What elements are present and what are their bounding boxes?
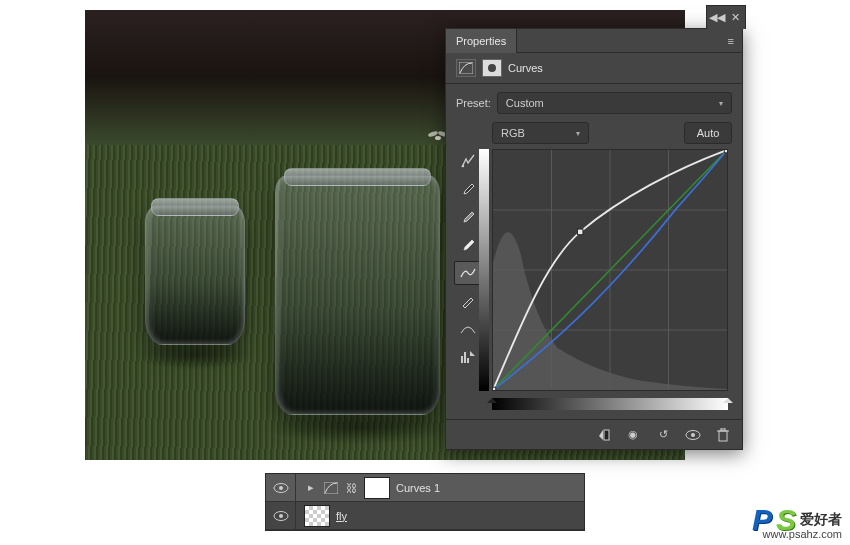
delete-icon[interactable] [714, 426, 732, 444]
properties-panel: ◀◀ ✕ Properties ≡ Curves Preset: Custom … [445, 28, 743, 450]
panel-collapse-bar[interactable]: ◀◀ ✕ [706, 5, 746, 29]
wm-label: 爱好者 [800, 511, 842, 529]
visibility-toggle[interactable] [266, 474, 296, 502]
close-icon[interactable]: ✕ [731, 13, 741, 23]
svg-point-27 [279, 486, 283, 490]
adjustment-header: Curves [446, 53, 742, 84]
layer-thumb[interactable] [304, 505, 330, 527]
svg-point-30 [279, 514, 283, 518]
chevron-down-icon: ▾ [576, 129, 580, 138]
svg-point-0 [435, 136, 441, 140]
jar-shadow [265, 410, 455, 445]
mask-icon[interactable] [482, 59, 502, 77]
preset-select[interactable]: Custom ▾ [497, 92, 732, 114]
preset-value: Custom [506, 97, 544, 109]
reset-icon[interactable]: ↺ [654, 426, 672, 444]
svg-rect-28 [324, 482, 338, 494]
panel-menu-icon[interactable]: ≡ [720, 35, 742, 47]
properties-tab[interactable]: Properties [446, 29, 517, 53]
layer-row-fly[interactable]: fly [266, 502, 584, 530]
white-input-slider[interactable] [723, 393, 733, 403]
svg-rect-8 [467, 358, 469, 363]
curves-adjustment-icon [456, 59, 476, 77]
curves-thumb-icon [324, 481, 338, 495]
panel-header: Properties ≡ [446, 29, 742, 53]
watermark: P S 爱好者 www.psahz.com [752, 503, 842, 537]
svg-rect-7 [464, 352, 466, 363]
curves-graph[interactable] [492, 149, 728, 391]
gray-point-eyedropper-icon[interactable] [454, 205, 482, 229]
view-previous-icon[interactable]: ◉ [624, 426, 642, 444]
smooth-tool-icon[interactable] [454, 317, 482, 341]
link-icon[interactable]: ⛓ [344, 481, 358, 495]
pencil-tool-icon[interactable] [454, 289, 482, 313]
svg-rect-3 [459, 62, 473, 74]
black-point-eyedropper-icon[interactable] [454, 177, 482, 201]
panel-footer: ◉ ↺ [446, 419, 742, 449]
channel-value: RGB [501, 127, 525, 139]
svg-rect-6 [461, 356, 463, 363]
jar-small [145, 205, 245, 345]
layer-row-curves[interactable]: ▸ ⛓ Curves 1 [266, 474, 584, 502]
svg-rect-20 [604, 430, 609, 440]
svg-rect-25 [721, 428, 725, 430]
wm-url: www.psahz.com [763, 528, 842, 540]
preset-label: Preset: [456, 97, 491, 109]
svg-rect-17 [492, 387, 496, 391]
white-point-eyedropper-icon[interactable] [454, 233, 482, 257]
input-gradient[interactable] [492, 398, 728, 410]
svg-rect-23 [719, 431, 727, 441]
toggle-visibility-icon[interactable] [684, 426, 702, 444]
auto-button[interactable]: Auto [684, 122, 732, 144]
channel-select[interactable]: RGB ▾ [492, 122, 589, 144]
svg-point-22 [691, 433, 695, 437]
jar-large [275, 175, 440, 415]
layer-name[interactable]: fly [336, 510, 347, 522]
target-adjust-tool-icon[interactable] [454, 149, 482, 173]
output-gradient[interactable] [479, 149, 489, 391]
svg-rect-18 [577, 229, 583, 235]
svg-point-5 [462, 165, 464, 167]
black-input-slider[interactable] [487, 393, 497, 403]
collapse-icon[interactable]: ◀◀ [712, 13, 722, 23]
svg-rect-19 [724, 149, 728, 153]
clip-to-layer-icon[interactable] [594, 426, 612, 444]
expand-icon[interactable]: ▸ [304, 481, 318, 495]
chevron-down-icon: ▾ [719, 99, 723, 108]
edit-points-tool-icon[interactable] [454, 261, 482, 285]
layer-name[interactable]: Curves 1 [396, 482, 440, 494]
adjustment-title: Curves [508, 62, 543, 74]
clip-histogram-icon[interactable] [454, 345, 482, 369]
mask-thumb[interactable] [364, 477, 390, 499]
svg-point-4 [488, 64, 496, 72]
visibility-toggle[interactable] [266, 502, 296, 530]
layers-snippet: ▸ ⛓ Curves 1 fly [265, 473, 585, 531]
